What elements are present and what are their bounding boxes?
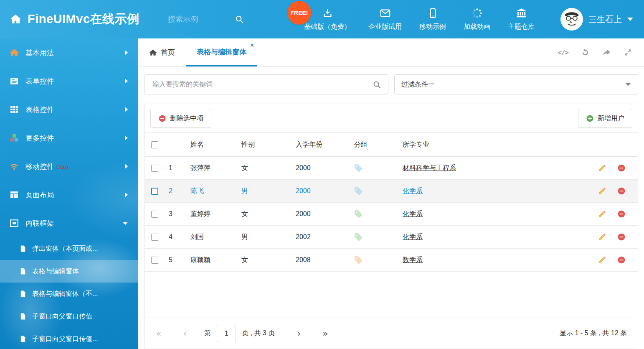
delete-minus-icon[interactable] bbox=[617, 233, 626, 241]
file-icon bbox=[19, 245, 27, 252]
chevron-right-icon bbox=[125, 50, 128, 55]
table-row[interactable]: 2 陈飞 男 2000 化学系 bbox=[145, 180, 638, 203]
sidebar-subitem-child-to-parent[interactable]: 子窗口向父窗口传值 bbox=[0, 305, 138, 328]
cell-year: 2008 bbox=[294, 249, 352, 272]
row-checkbox[interactable] bbox=[151, 165, 158, 172]
edit-pencil-icon[interactable] bbox=[598, 164, 606, 172]
edit-pencil-icon[interactable] bbox=[598, 256, 606, 264]
brand[interactable]: FineUIMvc在线示例 bbox=[0, 11, 167, 28]
tag-icon bbox=[354, 233, 401, 241]
top-header: FineUIMvc在线示例 FREE! 基础版（免费） 企业版试用 移动示例 加… bbox=[0, 0, 644, 38]
sidebar-subitem-label: 表格与编辑窗体（不... bbox=[32, 290, 98, 298]
major-link[interactable]: 材料科学与工程系 bbox=[403, 164, 456, 171]
sidebar-subitem-popup-window[interactable]: 弹出窗体（本页面或... bbox=[0, 237, 138, 260]
major-link[interactable]: 化学系 bbox=[403, 233, 423, 240]
cell-name: 刘国 bbox=[188, 226, 239, 249]
sidebar-item-iframe[interactable]: 内联框架 bbox=[0, 209, 138, 237]
table-row[interactable]: 4 刘国 男 2002 化学系 bbox=[145, 226, 638, 249]
cell-year: 2000 bbox=[294, 180, 352, 203]
sidebar-item-basic-usage[interactable]: 基本用法 bbox=[0, 38, 138, 67]
page-root: FineUIMvc在线示例 FREE! 基础版（免费） 企业版试用 移动示例 加… bbox=[0, 0, 644, 349]
edit-pencil-icon[interactable] bbox=[598, 187, 606, 195]
major-link[interactable]: 化学系 bbox=[403, 187, 423, 194]
search-icon[interactable] bbox=[373, 80, 381, 89]
search-icon[interactable] bbox=[235, 15, 244, 24]
nav-item-theme-repo[interactable]: 主题仓库 bbox=[508, 8, 535, 31]
next-page-button[interactable]: › bbox=[297, 329, 301, 338]
major-link[interactable]: 数学系 bbox=[403, 256, 423, 263]
table-row[interactable]: 3 董婷婷 女 2000 化学系 bbox=[145, 203, 638, 226]
file-icon bbox=[19, 267, 27, 275]
close-icon[interactable]: × bbox=[250, 42, 254, 48]
delete-minus-icon[interactable] bbox=[617, 187, 626, 195]
row-checkbox[interactable] bbox=[151, 257, 158, 264]
grid-spacer bbox=[145, 272, 638, 318]
last-page-button[interactable]: » bbox=[322, 329, 328, 338]
nav-item-loading-animation[interactable]: 加载动画 bbox=[464, 8, 490, 31]
row-checkbox[interactable] bbox=[151, 234, 158, 241]
expand-icon[interactable] bbox=[624, 48, 632, 57]
row-number: 5 bbox=[167, 249, 188, 272]
app-title: FineUIMvc在线示例 bbox=[28, 11, 139, 28]
row-checkbox[interactable] bbox=[151, 211, 158, 218]
cell-gender: 男 bbox=[239, 180, 294, 203]
home-icon bbox=[9, 13, 22, 25]
page-prefix-label: 第 bbox=[204, 329, 211, 338]
chevron-right-icon bbox=[125, 79, 128, 84]
sidebar-item-mobile-controls[interactable]: 移动控件 Corp. bbox=[0, 152, 138, 181]
sidebar-item-form-controls[interactable]: 表单控件 bbox=[0, 67, 138, 95]
delete-selected-button[interactable]: 删除选中项 bbox=[150, 109, 211, 128]
filter-dropdown[interactable]: 过滤条件一 bbox=[394, 74, 638, 94]
edit-pencil-icon[interactable] bbox=[598, 233, 606, 241]
tab-bar: 首页 表格与编辑窗体 × </> bbox=[138, 38, 644, 67]
sidebar-subitem-child-to-parent-2[interactable]: 子窗口向父窗口传值... bbox=[0, 328, 138, 349]
grid-toolbar: 删除选中项 新增用户 bbox=[145, 104, 638, 132]
sidebar-subitem-grid-edit-window[interactable]: 表格与编辑窗体 bbox=[0, 260, 138, 283]
column-header-group: 分组 bbox=[352, 133, 401, 157]
header-search-input[interactable] bbox=[167, 15, 230, 24]
table-row[interactable]: 5 康颖颖 女 2008 数学系 bbox=[145, 249, 638, 272]
delete-minus-icon[interactable] bbox=[617, 210, 626, 218]
cell-year: 2000 bbox=[294, 157, 352, 180]
sidebar-item-grid-controls[interactable]: 表格控件 bbox=[0, 95, 138, 124]
cell-year: 2000 bbox=[294, 203, 352, 226]
nav-item-label: 企业版试用 bbox=[368, 23, 402, 31]
table-row[interactable]: 1 张萍萍 女 2000 材料科学与工程系 bbox=[145, 157, 638, 180]
sidebar-subitem-grid-edit-window-2[interactable]: 表格与编辑窗体（不... bbox=[0, 283, 138, 305]
sidebar-item-label: 更多控件 bbox=[25, 133, 54, 143]
cell-name: 康颖颖 bbox=[188, 249, 239, 272]
row-checkbox[interactable] bbox=[151, 188, 158, 195]
nav-item-basic-free[interactable]: 基础版（免费） bbox=[304, 8, 351, 31]
nav-item-label: 基础版（免费） bbox=[304, 23, 351, 31]
keyword-search-input[interactable] bbox=[152, 80, 373, 89]
table-header-row: 姓名 性别 入学年份 分组 所学专业 bbox=[145, 133, 638, 157]
column-header-name: 姓名 bbox=[188, 133, 239, 157]
file-icon bbox=[19, 290, 27, 298]
page-number-input[interactable] bbox=[217, 325, 236, 342]
sidebar-item-label: 移动控件 bbox=[25, 162, 54, 171]
nav-item-mobile-demo[interactable]: 移动示例 bbox=[419, 8, 446, 31]
column-header-gender: 性别 bbox=[239, 133, 294, 157]
refresh-icon[interactable] bbox=[581, 48, 590, 57]
keyword-searchbox bbox=[145, 74, 388, 94]
sidebar-item-page-layout[interactable]: 页面布局 bbox=[0, 181, 138, 209]
select-all-checkbox[interactable] bbox=[151, 141, 158, 148]
add-user-button[interactable]: 新增用户 bbox=[578, 109, 632, 128]
pagination-bar: « ‹ 第 页 , 共 3 页 › » 显示 1 - 5 条 , 共 12 条 bbox=[145, 318, 638, 349]
spinner-icon bbox=[472, 8, 483, 19]
tag-icon bbox=[354, 210, 401, 218]
tab-grid-edit-window[interactable]: 表格与编辑窗体 × bbox=[186, 38, 257, 66]
prev-page-button[interactable]: ‹ bbox=[183, 329, 187, 338]
delete-minus-icon[interactable] bbox=[617, 256, 626, 264]
major-link[interactable]: 化学系 bbox=[403, 210, 423, 217]
code-icon[interactable]: </> bbox=[558, 48, 568, 56]
tab-home[interactable]: 首页 bbox=[138, 38, 186, 66]
column-header-empty bbox=[167, 133, 188, 157]
delete-minus-icon[interactable] bbox=[617, 164, 626, 172]
nav-item-enterprise-trial[interactable]: 企业版试用 bbox=[368, 8, 402, 31]
sidebar-item-more-controls[interactable]: 更多控件 bbox=[0, 124, 138, 152]
first-page-button[interactable]: « bbox=[156, 329, 161, 338]
forward-icon[interactable] bbox=[602, 48, 611, 57]
edit-pencil-icon[interactable] bbox=[598, 210, 606, 218]
user-menu[interactable]: 三生石上 bbox=[560, 8, 644, 31]
